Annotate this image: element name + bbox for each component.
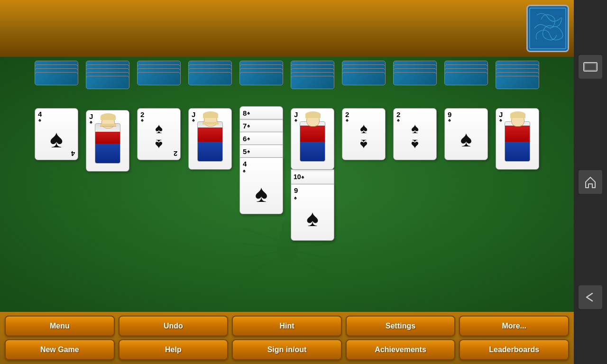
nav-home-button[interactable] <box>579 170 602 194</box>
columns-area: 4 ♠ 4 ♠ J ♠ <box>5 61 569 312</box>
game-area: 4 ♠ 4 ♠ J ♠ <box>0 0 574 364</box>
card-8-spades[interactable]: 8 ♠ <box>239 106 283 119</box>
card-2-spades[interactable]: 2 ♠ 2 ♠ ♠ <box>137 108 181 160</box>
column-9: 9 ♠ ♠ <box>442 61 490 312</box>
hint-button[interactable]: Hint <box>232 316 342 337</box>
column-7: 2 ♠ ♠ ♠ <box>340 61 387 312</box>
column-10: J ♠ <box>494 61 541 312</box>
card-5-spades[interactable]: 5 ♠ <box>239 145 283 158</box>
card-9-spades-6[interactable]: 9 ♠ ♠ <box>291 184 334 241</box>
home-icon <box>584 175 597 189</box>
settings-button[interactable]: Settings <box>346 316 456 337</box>
column-4: J ♠ <box>186 61 234 312</box>
card-backs-7 <box>342 61 386 89</box>
column-6: J ♠ 10 ♠ 9 ♠ <box>289 61 336 312</box>
column-1: 4 ♠ 4 ♠ <box>33 61 80 312</box>
nav-back-button[interactable] <box>579 285 602 309</box>
button-row-2: New Game Help Sign in/out Achievements L… <box>5 339 569 360</box>
card-jack-spades-2[interactable]: J ♠ <box>86 110 129 172</box>
header <box>0 0 574 57</box>
sign-in-out-button[interactable]: Sign in/out <box>232 339 342 360</box>
card-jack-spades-4[interactable]: J ♠ <box>188 108 232 170</box>
card-7-spades[interactable]: 7 ♠ <box>239 119 283 132</box>
card-backs-2 <box>86 61 129 93</box>
card-backs-5 <box>239 61 283 89</box>
more-button[interactable]: More... <box>459 316 569 337</box>
card-jack-spades-10[interactable]: J ♠ <box>496 108 539 170</box>
button-row-1: Menu Undo Hint Settings More... <box>5 316 569 337</box>
help-button[interactable]: Help <box>119 339 229 360</box>
back-icon <box>584 292 597 302</box>
side-nav <box>574 0 607 364</box>
card-backs-9 <box>444 61 488 89</box>
card-backs-3 <box>137 61 181 89</box>
card-backs-1 <box>35 61 78 89</box>
card-10-spades[interactable]: 10 ♠ <box>291 169 334 184</box>
leaderboards-button[interactable]: Leaderboards <box>459 339 569 360</box>
svg-rect-8 <box>585 64 596 70</box>
column-8: 2 ♠ ♠ ♠ <box>391 61 439 312</box>
card-backs-10 <box>496 61 539 93</box>
new-game-button[interactable]: New Game <box>5 339 115 360</box>
card-2-spades-8[interactable]: 2 ♠ ♠ ♠ <box>393 108 437 160</box>
column-5: 8 ♠ 7 ♠ 6 ♠ 5 ♠ <box>238 61 285 312</box>
card-9-spades-9[interactable]: 9 ♠ ♠ <box>444 108 488 160</box>
svg-rect-7 <box>584 63 597 71</box>
card-backs-4 <box>188 61 232 89</box>
card-6-spades[interactable]: 6 ♠ <box>239 132 283 145</box>
undo-button[interactable]: Undo <box>119 316 229 337</box>
column-2: J ♠ <box>84 61 131 312</box>
bottom-bar: Menu Undo Hint Settings More... New Game… <box>0 312 574 364</box>
card-backs-8 <box>393 61 437 89</box>
card-4-spades[interactable]: 4 ♠ 4 ♠ <box>35 108 78 160</box>
menu-button[interactable]: Menu <box>5 316 115 337</box>
card-jack-spades-6[interactable]: J ♠ <box>291 108 334 170</box>
svg-rect-0 <box>528 6 568 50</box>
recent-apps-icon <box>583 62 598 72</box>
nav-recent-button[interactable] <box>579 55 602 79</box>
achievements-button[interactable]: Achievements <box>346 339 456 360</box>
column-3: 2 ♠ 2 ♠ ♠ <box>135 61 183 312</box>
card-back-preview[interactable] <box>526 5 569 52</box>
card-2-spades-7[interactable]: 2 ♠ ♠ ♠ <box>342 108 386 160</box>
card-backs-6 <box>291 61 334 93</box>
game-table: 4 ♠ 4 ♠ J ♠ <box>0 57 574 312</box>
card-4-spades-bot[interactable]: 4 ♠ ♠ <box>239 157 283 214</box>
